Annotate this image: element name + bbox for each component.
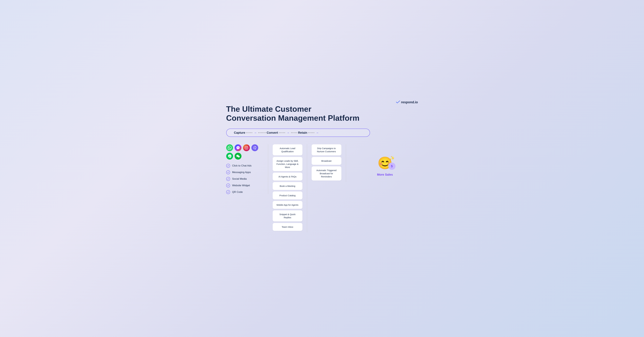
- pipeline-retain: Retain: [298, 131, 307, 134]
- check-icon-messaging-apps: [226, 170, 230, 174]
- page-wrapper: respond.io The Ultimate Customer Convers…: [217, 96, 427, 241]
- convert-column: Automatic Lead Qualification Assign Lead…: [268, 144, 307, 232]
- content-grid: Click to Chat Ads Messaging Apps Social …: [226, 144, 418, 232]
- arrow-3: →: [316, 131, 319, 134]
- dots-5: [308, 132, 314, 133]
- check-icon-website-widget: [226, 184, 230, 187]
- instagram-icon: [243, 144, 250, 151]
- dollar-badge: $: [388, 163, 396, 170]
- logo-checkmark: [396, 100, 400, 104]
- pipeline-convert: Convert: [267, 131, 278, 134]
- arrow-2: →: [286, 131, 290, 134]
- logo: respond.io: [396, 100, 418, 104]
- capture-item-website-widget: Website Widget: [226, 184, 262, 187]
- messaging-icons: [226, 144, 262, 160]
- page-title: The Ultimate Customer Conversation Manag…: [226, 105, 361, 123]
- feature-snippet-replies: Snippet & Quick Replies: [273, 210, 302, 221]
- feature-automatic-lead: Automatic Lead Qualification: [273, 144, 302, 155]
- dots-4: [291, 132, 297, 133]
- more-sales-label: More Sales: [377, 173, 393, 176]
- wechat-icon: [234, 153, 242, 160]
- retain-column: Drip Campaigns to Nurture Customers Broa…: [307, 144, 346, 182]
- messenger-icon: [234, 144, 242, 151]
- capture-item-messaging-apps: Messaging Apps: [226, 170, 262, 174]
- check-icon-click-to-chat: [226, 164, 230, 168]
- whatsapp-icon: [226, 144, 233, 151]
- viber-icon: [251, 144, 258, 151]
- line-icon: [226, 153, 233, 160]
- pipeline-bar: Capture → Convert → Retain →: [226, 129, 370, 137]
- feature-product-catalog: Product Catalog: [273, 191, 302, 199]
- capture-items-list: Click to Chat Ads Messaging Apps Social …: [226, 164, 262, 194]
- feature-assign-leads: Assign Leads by Skill, Function, Languag…: [273, 157, 302, 171]
- arrow-1: →: [254, 131, 257, 134]
- feature-ai-agents: AI Agents & FAQs: [273, 173, 302, 181]
- logo-text: respond.io: [401, 100, 418, 104]
- check-icon-qr-code: [226, 190, 230, 194]
- feature-mobile-app: Mobile App for Agents: [273, 201, 302, 209]
- dots-2: [258, 132, 266, 133]
- capture-column: Click to Chat Ads Messaging Apps Social …: [226, 144, 268, 194]
- sparkle-icon: ✨: [390, 156, 395, 160]
- feature-team-inbox: Team Inbox: [273, 223, 302, 231]
- capture-item-qr-code: QR Code: [226, 190, 262, 194]
- feature-broadcast: Broadcast: [312, 157, 342, 165]
- check-icon-social-media: [226, 177, 230, 181]
- feature-book-meeting: Book a Meeting: [273, 182, 302, 190]
- pipeline-capture: Capture: [234, 131, 246, 134]
- capture-item-social-media: Social Media: [226, 177, 262, 181]
- result-column: ✨ 😊 $ More Sales: [346, 144, 418, 189]
- result-emoji-container: ✨ 😊 $: [378, 157, 392, 169]
- feature-auto-triggered: Automatic Triggered Broadcast for Remind…: [312, 166, 342, 181]
- dots-3: [279, 132, 285, 133]
- capture-item-click-to-chat: Click to Chat Ads: [226, 164, 262, 168]
- dots-1: [246, 132, 252, 133]
- feature-drip-campaigns: Drip Campaigns to Nurture Customers: [312, 144, 342, 155]
